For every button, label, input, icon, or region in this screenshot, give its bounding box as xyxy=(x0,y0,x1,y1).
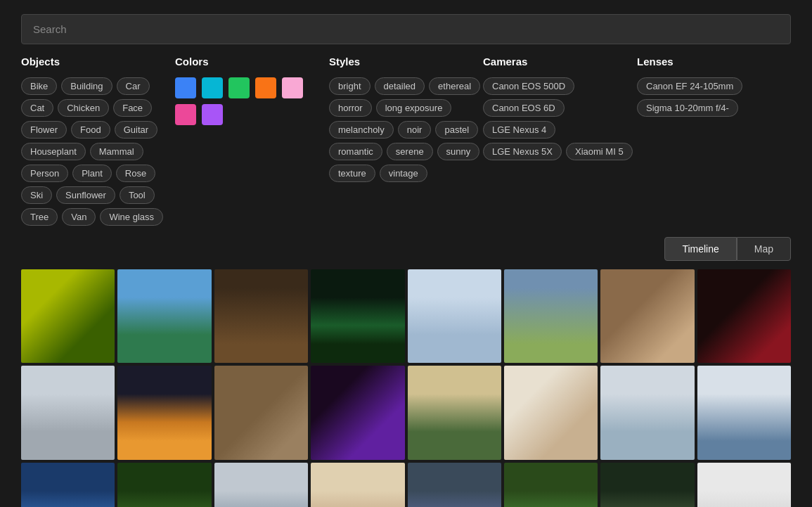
photo-tile[interactable] xyxy=(697,269,791,363)
photo-tile[interactable] xyxy=(600,366,694,459)
cameras-heading: Cameras xyxy=(483,56,637,68)
color-swatch-purple[interactable] xyxy=(202,104,223,125)
cameras-tags: Canon EOS 500DCanon EOS 6DLGE Nexus 4LGE… xyxy=(483,77,637,160)
object-tag[interactable]: Bike xyxy=(21,77,57,95)
photo-tile[interactable] xyxy=(408,269,501,363)
object-tag[interactable]: Food xyxy=(71,121,110,139)
objects-filter: Objects BikeBuildingCarCatChickenFaceFlo… xyxy=(21,56,175,226)
photo-tile[interactable] xyxy=(504,463,598,507)
color-swatch-pink[interactable] xyxy=(282,77,303,98)
photo-grid xyxy=(0,269,812,507)
color-swatches xyxy=(175,77,329,125)
view-toggle: Timeline Map xyxy=(0,237,812,269)
photo-tile[interactable] xyxy=(697,366,791,459)
photo-tile[interactable] xyxy=(311,366,404,459)
object-tag[interactable]: Rose xyxy=(116,165,155,182)
color-swatch-hot-pink[interactable] xyxy=(175,104,196,125)
style-tag[interactable]: long exposure xyxy=(376,99,452,117)
photo-tile[interactable] xyxy=(408,366,501,459)
style-tag[interactable]: melancholy xyxy=(329,121,394,139)
object-tag[interactable]: Tree xyxy=(21,208,58,226)
object-tag[interactable]: Ski xyxy=(21,186,52,204)
colors-filter: Colors xyxy=(175,56,329,226)
photo-tile[interactable] xyxy=(214,269,308,363)
photo-tile[interactable] xyxy=(117,269,211,363)
style-tag[interactable]: bright xyxy=(329,77,370,95)
lenses-filter: Lenses Canon EF 24-105mmSigma 10-20mm f/… xyxy=(637,56,791,226)
camera-tag[interactable]: Xiaomi MI 5 xyxy=(566,143,633,160)
lens-tag[interactable]: Canon EF 24-105mm xyxy=(637,77,742,95)
object-tag[interactable]: Mammal xyxy=(90,143,143,160)
objects-heading: Objects xyxy=(21,56,175,68)
photo-tile[interactable] xyxy=(117,463,211,507)
filters-section: Objects BikeBuildingCarCatChickenFaceFlo… xyxy=(0,56,812,237)
camera-tag[interactable]: LGE Nexus 4 xyxy=(483,121,555,139)
object-tag[interactable]: Guitar xyxy=(115,121,157,139)
photo-tile[interactable] xyxy=(21,366,115,459)
photo-tile[interactable] xyxy=(311,269,404,363)
photo-tile[interactable] xyxy=(697,463,791,507)
object-tag[interactable]: Plant xyxy=(72,165,112,182)
object-tag[interactable]: Cat xyxy=(21,99,53,117)
style-tag[interactable]: vintage xyxy=(380,165,427,182)
photo-tile[interactable] xyxy=(600,269,694,363)
timeline-button[interactable]: Timeline xyxy=(664,237,736,261)
camera-tag[interactable]: Canon EOS 6D xyxy=(483,99,565,117)
photo-tile[interactable] xyxy=(214,463,308,507)
object-tag[interactable]: Face xyxy=(113,99,152,117)
style-tag[interactable]: detailed xyxy=(375,77,425,95)
camera-tag[interactable]: Canon EOS 500D xyxy=(483,77,574,95)
object-tag[interactable]: Chicken xyxy=(58,99,109,117)
photo-tile[interactable] xyxy=(504,366,598,459)
object-tag[interactable]: Van xyxy=(62,208,96,226)
lens-tag[interactable]: Sigma 10-20mm f/4- xyxy=(637,99,738,117)
map-button[interactable]: Map xyxy=(737,237,791,261)
style-tag[interactable]: horror xyxy=(329,99,372,117)
photo-tile[interactable] xyxy=(600,463,694,507)
cameras-filter: Cameras Canon EOS 500DCanon EOS 6DLGE Ne… xyxy=(483,56,637,226)
object-tag[interactable]: Tool xyxy=(120,186,155,204)
color-swatch-orange[interactable] xyxy=(255,77,276,98)
color-swatch-green[interactable] xyxy=(228,77,250,98)
lenses-tags: Canon EF 24-105mmSigma 10-20mm f/4- xyxy=(637,77,791,117)
object-tag[interactable]: Wine glass xyxy=(100,208,163,226)
styles-tags: brightdetailedetherealhorrorlong exposur… xyxy=(329,77,483,182)
photo-tile[interactable] xyxy=(214,366,308,459)
photo-tile[interactable] xyxy=(21,269,115,363)
color-swatch-cyan[interactable] xyxy=(202,77,223,98)
color-swatch-blue[interactable] xyxy=(175,77,196,98)
object-tag[interactable]: Car xyxy=(117,77,150,95)
search-input[interactable] xyxy=(21,14,791,44)
style-tag[interactable]: noir xyxy=(398,121,432,139)
object-tag[interactable]: Building xyxy=(61,77,112,95)
colors-heading: Colors xyxy=(175,56,329,68)
objects-tags: BikeBuildingCarCatChickenFaceFlowerFoodG… xyxy=(21,77,175,226)
style-tag[interactable]: ethereal xyxy=(429,77,480,95)
photo-tile[interactable] xyxy=(504,269,598,363)
style-tag[interactable]: serene xyxy=(387,143,433,160)
object-tag[interactable]: Sunflower xyxy=(56,186,115,204)
styles-filter: Styles brightdetailedetherealhorrorlong … xyxy=(329,56,483,226)
object-tag[interactable]: Person xyxy=(21,165,68,182)
photo-tile[interactable] xyxy=(117,366,211,459)
styles-heading: Styles xyxy=(329,56,483,68)
photo-tile[interactable] xyxy=(408,463,501,507)
style-tag[interactable]: sunny xyxy=(437,143,480,160)
object-tag[interactable]: Flower xyxy=(21,121,67,139)
object-tag[interactable]: Houseplant xyxy=(21,143,86,160)
search-bar xyxy=(21,14,791,44)
camera-tag[interactable]: LGE Nexus 5X xyxy=(483,143,562,160)
style-tag[interactable]: texture xyxy=(329,165,375,182)
lenses-heading: Lenses xyxy=(637,56,791,68)
photo-tile[interactable] xyxy=(21,463,115,507)
photo-tile[interactable] xyxy=(311,463,404,507)
style-tag[interactable]: romantic xyxy=(329,143,382,160)
style-tag[interactable]: pastel xyxy=(435,121,478,139)
